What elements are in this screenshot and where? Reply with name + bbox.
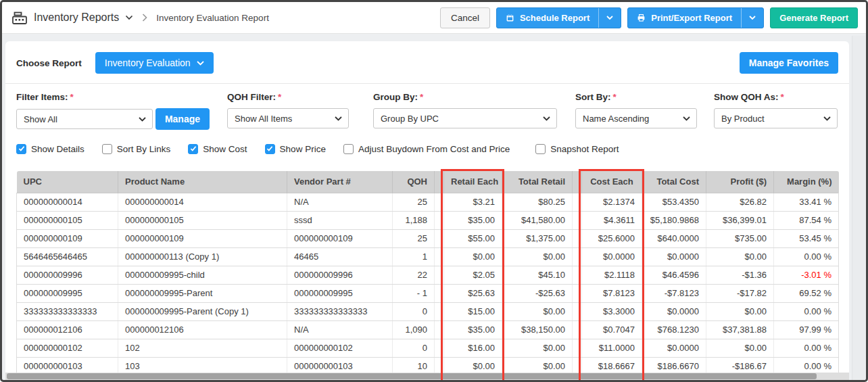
chevron-down-icon [543, 116, 550, 121]
table-cell: $0.00 [706, 339, 774, 357]
table-cell: 000000000109 [118, 229, 287, 247]
table-row[interactable]: 5646465646465000000000113 (Copy 1)464651… [17, 247, 839, 266]
spacer-cell [573, 302, 582, 320]
qoh-filter-label: QOH Filter: [227, 92, 276, 102]
table-cell: 000000009995-Parent (Copy 1) [118, 302, 287, 320]
schedule-report-caret[interactable] [598, 8, 621, 28]
spacer-cell [435, 266, 444, 284]
table-cell: -$1.36 [706, 266, 774, 284]
table-row[interactable]: 00000000010900000000010900000000010925$5… [17, 229, 839, 247]
show-qoh-as-select[interactable]: By Product [714, 108, 838, 128]
spacer-cell [573, 284, 582, 302]
column-header[interactable]: Total Retail [502, 171, 573, 193]
table-cell: $15.00 [444, 302, 502, 320]
table-cell: $80.25 [502, 193, 573, 211]
table-cell: N/A [287, 320, 393, 339]
print-export-caret[interactable] [741, 8, 763, 28]
table-row[interactable]: 000000009995000000009995-Parent000000009… [17, 284, 839, 302]
column-header[interactable]: Profit ($) [706, 171, 774, 193]
table-cell: $53.4350 [642, 193, 706, 211]
report-table: UPCProduct NameVendor Part #QOHRetail Ea… [16, 171, 839, 376]
spacer-cell [573, 229, 582, 247]
table-cell: $35.00 [444, 320, 502, 339]
options-row: Show Details Sort By Links Show Cost Sho… [16, 143, 838, 154]
sort-by-select[interactable]: Name Ascending [575, 108, 697, 128]
spacer-cell [435, 247, 444, 266]
table-cell: $26.82 [706, 193, 774, 211]
manage-button[interactable]: Manage [155, 108, 210, 130]
table-cell: sssd [287, 211, 393, 229]
spacer-cell [573, 247, 582, 266]
chevron-down-icon [683, 116, 690, 121]
table-cell: 000000009995-Parent [118, 284, 287, 302]
report-selector-button[interactable]: Inventory Evaluation [95, 52, 214, 74]
horizontal-scrollbar[interactable] [5, 373, 849, 380]
table-cell: -3.01 % [774, 266, 839, 284]
column-header[interactable]: Vendor Part # [287, 171, 393, 193]
top-bar: Inventory Reports Inventory Evaluation R… [2, 2, 866, 34]
table-cell: $0.00 [502, 247, 573, 266]
table-cell: - 1 [393, 284, 435, 302]
show-qoh-as-label: Show QOH As: [714, 92, 779, 102]
table-row[interactable]: 333333333333333000000009995-Parent (Copy… [17, 302, 839, 320]
checkbox-snapshot-report[interactable]: Snapshot Report [535, 144, 619, 154]
required-marker: * [420, 92, 423, 102]
table-cell: 33.41 % [774, 193, 839, 211]
breadcrumb-current: Inventory Evaluation Report [156, 13, 269, 23]
print-export-button[interactable]: Print/Export Report [627, 7, 764, 28]
table-cell: $3.21 [444, 193, 502, 211]
chevron-down-icon[interactable] [125, 15, 133, 20]
table-cell: 000000000102 [287, 339, 393, 357]
spacer-cell [435, 339, 444, 357]
table-cell: $0.00 [706, 247, 774, 266]
checkbox-sort-by-links[interactable]: Sort By Links [102, 144, 171, 154]
table-cell: $735.00 [706, 229, 774, 247]
sort-by-label: Sort By: [575, 92, 611, 102]
table-cell: $16.00 [444, 339, 502, 357]
filter-items-label: Filter Items: [16, 92, 68, 102]
filter-items-select[interactable]: Show All [16, 109, 153, 129]
table-cell: $0.0000 [582, 247, 642, 266]
schedule-report-button[interactable]: Schedule Report [496, 7, 621, 28]
table-cell: 000000009996 [287, 266, 393, 284]
vertical-scrollbar[interactable] [852, 36, 865, 380]
column-header[interactable]: QOH [393, 171, 435, 193]
table-cell: 000000009995-child [118, 266, 287, 284]
spacer-cell [573, 266, 582, 284]
group-by-select[interactable]: Group By UPC [373, 108, 557, 128]
column-header[interactable]: Cost Each [582, 171, 642, 193]
divider [5, 83, 849, 84]
checkbox-show-cost[interactable]: Show Cost [188, 144, 247, 154]
table-row[interactable]: 000000000014000000000014N/A25$3.21$80.25… [17, 193, 839, 211]
horizontal-scrollbar-thumb[interactable] [7, 373, 817, 379]
column-header[interactable]: Product Name [118, 171, 287, 193]
table-row[interactable]: 000000000105000000000105sssd1,188$35.00$… [17, 211, 839, 229]
table-cell: -$7.8123 [642, 284, 706, 302]
table-cell: 1,090 [393, 320, 435, 339]
table-row[interactable]: 000000012106000000012106N/A1,090$35.00$3… [17, 320, 839, 339]
checkbox-show-details[interactable]: Show Details [16, 144, 85, 154]
checkbox-show-price[interactable]: Show Price [265, 144, 326, 154]
table-row[interactable]: 000000009996000000009995-child0000000099… [17, 266, 839, 284]
column-header[interactable]: Total Cost [642, 171, 706, 193]
cancel-button[interactable]: Cancel [440, 7, 490, 28]
breadcrumb-separator-icon [142, 14, 147, 22]
checkbox-icon [535, 144, 546, 154]
table-cell: $1,375.00 [502, 229, 573, 247]
checkbox-icon [102, 144, 112, 154]
checkbox-adjust-buydown[interactable]: Adjust Buydown From Cost and Price [343, 144, 510, 154]
app-window: Inventory Reports Inventory Evaluation R… [0, 0, 868, 382]
generate-report-button[interactable]: Generate Report [770, 7, 858, 28]
table-cell: 333333333333333 [287, 302, 393, 320]
table-cell: 000000000109 [287, 229, 393, 247]
column-header[interactable]: Retail Each [444, 171, 502, 193]
table-cell: 0 [393, 302, 435, 320]
table-row[interactable]: 0000000001021020000000001020$16.00$0.00$… [17, 339, 839, 357]
table-cell: $768.1230 [642, 320, 706, 339]
column-header[interactable]: Margin (%) [774, 171, 839, 193]
checkbox-label: Show Price [280, 144, 326, 154]
qoh-filter-select[interactable]: Show All Items [227, 108, 349, 128]
column-header[interactable]: UPC [17, 171, 118, 193]
required-marker: * [70, 92, 74, 102]
manage-favorites-button[interactable]: Manage Favorites [740, 52, 838, 74]
